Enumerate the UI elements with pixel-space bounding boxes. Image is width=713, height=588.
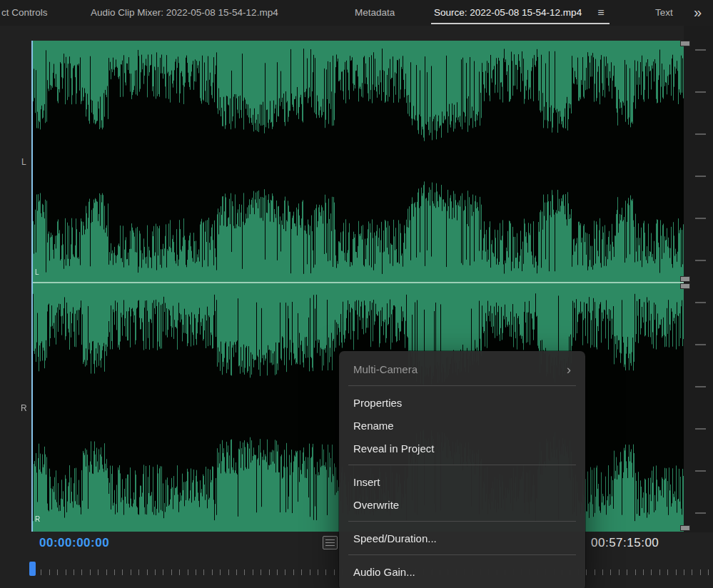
playhead-line[interactable] — [31, 41, 33, 532]
ruler-tick — [81, 569, 82, 575]
menu-item-rename[interactable]: Rename — [339, 414, 585, 437]
lane-resize-handle[interactable] — [680, 41, 690, 46]
lane-resize-handle[interactable] — [680, 525, 690, 531]
monitor-settings-button[interactable] — [323, 536, 338, 549]
zoom-scale-tick — [695, 512, 706, 514]
ruler-tick — [676, 569, 677, 575]
ruler-tick — [595, 569, 595, 575]
zoom-scale-tick — [695, 49, 706, 51]
menu-separator — [348, 385, 576, 386]
lane-resize-handle[interactable] — [680, 283, 690, 289]
ruler-tick — [667, 569, 668, 575]
ruler-tick — [586, 569, 587, 575]
current-timecode[interactable]: 00:00:00:00 — [39, 536, 109, 550]
ruler-tick — [244, 569, 245, 575]
ruler-tick — [163, 569, 163, 575]
ruler-tick — [57, 569, 58, 575]
ruler-tick — [212, 569, 213, 575]
ruler-tick — [325, 569, 326, 575]
ruler-tick — [285, 569, 285, 575]
ruler-tick — [147, 569, 148, 575]
ruler-tick — [114, 569, 115, 575]
ruler-tick — [301, 569, 302, 575]
ruler-tick — [98, 569, 98, 575]
settings-lines-icon — [325, 545, 335, 546]
tab-source-active[interactable]: Source: 2022-05-08 15-54-12.mp4 ≡ — [434, 0, 604, 26]
ruler-tick — [253, 569, 253, 575]
ruler-tick — [659, 569, 660, 575]
zoom-scale-tick — [695, 218, 706, 219]
menu-separator — [348, 521, 576, 522]
ruler-tick — [318, 569, 318, 575]
ruler-tick — [643, 569, 644, 575]
tab-metadata[interactable]: Metadata — [355, 0, 395, 26]
menu-item-reveal-in-project[interactable]: Reveal in Project — [339, 437, 585, 460]
menu-item-properties[interactable]: Properties — [339, 391, 585, 414]
zoom-scale-tick — [695, 176, 706, 177]
active-tab-underline — [431, 23, 610, 24]
ruler-tick — [66, 569, 66, 575]
ruler-tick — [188, 569, 188, 575]
zoom-scale-tick — [695, 133, 706, 135]
ruler-tick — [310, 569, 310, 575]
ruler-tick — [692, 569, 692, 575]
menu-separator — [348, 465, 576, 465]
menu-item-overwrite[interactable]: Overwrite — [339, 493, 585, 516]
ruler-tick — [293, 569, 294, 575]
lane-resize-handle[interactable] — [680, 276, 690, 282]
ruler-tick — [708, 569, 709, 575]
zoom-scale-tick — [695, 344, 706, 345]
zoom-scale-tick — [695, 386, 706, 387]
tab-effect-controls-truncated[interactable]: ct Controls — [1, 0, 48, 26]
channel-label-right: R — [21, 403, 27, 413]
ruler-tick — [106, 569, 107, 575]
menu-separator — [348, 554, 576, 555]
channel-label-left: L — [21, 157, 26, 167]
ruler-tick — [74, 569, 74, 575]
ruler-tick — [684, 569, 684, 575]
ruler-tick — [155, 569, 156, 575]
ruler-tick — [196, 569, 196, 575]
ruler-tick — [261, 569, 261, 575]
ruler-tick — [122, 569, 123, 575]
menu-item-label: Multi-Camera — [353, 363, 418, 375]
submenu-chevron-icon: › — [567, 363, 571, 376]
lane-label-right: R — [35, 515, 40, 523]
zoom-scale-tick — [695, 91, 706, 93]
duration-timecode: 00:57:15:00 — [591, 536, 659, 550]
tab-audio-clip-mixer[interactable]: Audio Clip Mixer: 2022-05-08 15-54-12.mp… — [91, 0, 278, 26]
menu-item-multi-camera[interactable]: Multi-Camera › — [339, 358, 585, 380]
ruler-tick — [228, 569, 229, 575]
settings-lines-icon — [325, 542, 335, 543]
menu-item-speed-duration[interactable]: Speed/Duration... — [339, 527, 585, 549]
zoom-scale-tick — [695, 260, 706, 261]
ruler-tick — [41, 569, 41, 575]
ruler-tick — [700, 569, 701, 575]
ruler-tick — [602, 569, 603, 575]
settings-lines-icon — [325, 539, 335, 540]
ruler-tick — [49, 569, 50, 575]
panel-menu-icon[interactable]: ≡ — [597, 0, 604, 26]
tab-text[interactable]: Text — [655, 0, 673, 26]
ruler-tick — [171, 569, 172, 575]
ruler-tick — [269, 569, 270, 575]
tab-overflow-chevron-icon[interactable]: » — [694, 0, 702, 26]
ruler-tick — [179, 569, 180, 575]
ruler-tick — [220, 569, 221, 575]
panel-tab-bar: ct Controls Audio Clip Mixer: 2022-05-08… — [0, 0, 713, 26]
ruler-tick — [131, 569, 131, 575]
zoom-scale-tick — [695, 470, 706, 472]
context-menu: Multi-Camera › Properties Rename Reveal … — [339, 351, 585, 588]
tab-source-label: Source: 2022-05-08 15-54-12.mp4 — [434, 0, 582, 26]
playhead-marker[interactable] — [29, 562, 36, 576]
ruler-tick — [619, 569, 620, 575]
menu-item-insert[interactable]: Insert — [339, 470, 585, 493]
ruler-tick — [203, 569, 204, 575]
menu-item-audio-gain[interactable]: Audio Gain... — [339, 560, 585, 583]
ruler-tick — [651, 569, 652, 575]
ruler-tick — [610, 569, 611, 575]
source-monitor-panel: ct Controls Audio Clip Mixer: 2022-05-08… — [0, 0, 713, 588]
zoom-scale-tick — [695, 428, 706, 430]
ruler-tick — [90, 569, 91, 575]
zoom-scale-tick — [695, 302, 706, 303]
